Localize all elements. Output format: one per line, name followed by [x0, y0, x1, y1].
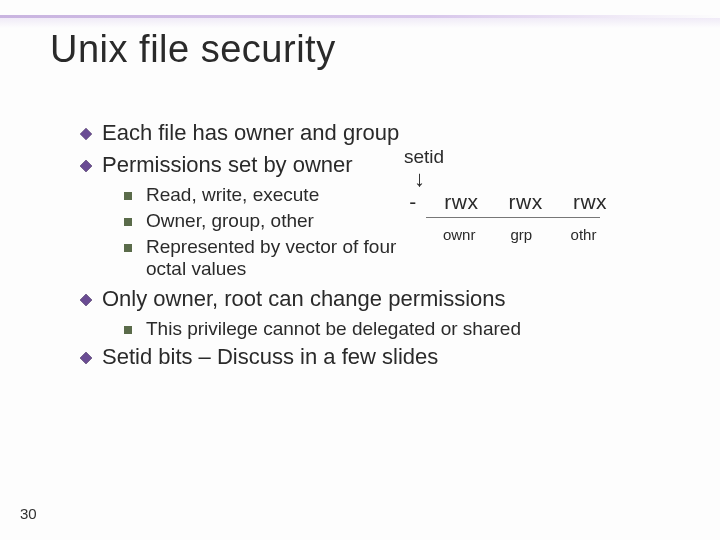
bullet-level1: Setid bits – Discuss in a few slides	[80, 344, 690, 370]
diamond-icon	[80, 352, 92, 364]
bullet-text: This privilege cannot be delegated or sh…	[146, 318, 521, 340]
arrow-down-icon: ↓	[414, 172, 619, 186]
bullet-text: Represented by vector of four octal valu…	[146, 236, 406, 280]
perm-group-bits: rwx	[497, 190, 555, 214]
brace-row	[400, 214, 619, 222]
setid-label: setid	[404, 146, 619, 168]
bullet-text: Permissions set by owner	[102, 152, 353, 178]
sublist: This privilege cannot be delegated or sh…	[124, 318, 690, 340]
bullet-text: Owner, group, other	[146, 210, 314, 232]
square-icon	[124, 192, 132, 200]
bullet-level2: This privilege cannot be delegated or sh…	[124, 318, 690, 340]
title-decoration-shadow	[0, 18, 720, 28]
bullet-text: Read, write, execute	[146, 184, 319, 206]
svg-marker-2	[80, 160, 92, 172]
perm-dash: -	[400, 190, 426, 214]
bullet-level1: Each file has owner and group	[80, 120, 690, 146]
svg-marker-3	[80, 294, 92, 306]
svg-marker-4	[80, 352, 92, 364]
label-owner: ownr	[430, 226, 488, 243]
perm-owner-bits: rwx	[432, 190, 490, 214]
bullet-text: Each file has owner and group	[102, 120, 399, 146]
permission-string: - rwx rwx rwx	[400, 190, 619, 214]
diamond-icon	[80, 160, 92, 172]
bullet-level1: Only owner, root can change permissions	[80, 286, 690, 312]
diamond-icon	[80, 128, 92, 140]
perm-other-bits: rwx	[561, 190, 619, 214]
square-icon	[124, 326, 132, 334]
square-icon	[124, 218, 132, 226]
slide-title: Unix file security	[50, 28, 336, 71]
bullet-text: Setid bits – Discuss in a few slides	[102, 344, 438, 370]
diamond-icon	[80, 294, 92, 306]
square-icon	[124, 244, 132, 252]
page-number: 30	[20, 505, 37, 522]
label-other: othr	[555, 226, 613, 243]
label-group: grp	[492, 226, 550, 243]
permission-labels: ownr grp othr	[400, 226, 619, 243]
permission-diagram: setid ↓ - rwx rwx rwx ownr grp othr	[400, 146, 619, 243]
slide: Unix file security Each file has owner a…	[0, 0, 720, 540]
bullet-text: Only owner, root can change permissions	[102, 286, 506, 312]
svg-marker-0	[80, 128, 92, 140]
